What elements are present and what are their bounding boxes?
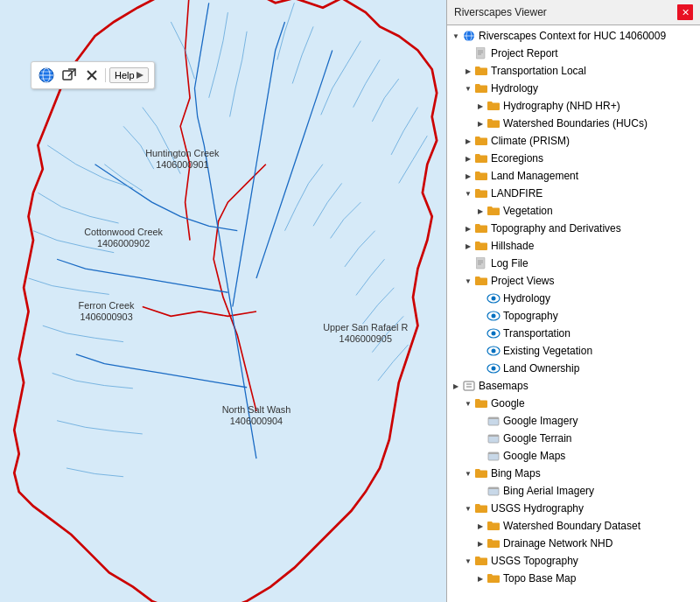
folder-icon	[474, 221, 488, 235]
tree-arrow: ▶	[463, 171, 473, 181]
folder-icon	[474, 396, 488, 410]
folder-icon	[486, 571, 500, 585]
tree-label: Google Maps	[503, 448, 565, 464]
map-svg: Huntington Creek 1406000901 Cottonwood C…	[0, 0, 446, 602]
eye-icon	[486, 344, 500, 358]
tree-label: Existing Vegetation	[503, 343, 592, 359]
tree-arrow: ▶	[463, 153, 473, 164]
tree-item-view-transportation[interactable]: Transportation	[447, 325, 700, 342]
tree-item-vegetation[interactable]: ▶ Vegetation	[447, 202, 700, 220]
svg-point-37	[492, 332, 496, 336]
tree-item-landfire[interactable]: ▼ LANDFIRE	[447, 185, 700, 202]
folder-icon	[486, 204, 500, 218]
tree-arrow: ▶	[451, 381, 461, 391]
tree-item-bing-aerial[interactable]: Bing Aerial Imagery	[447, 482, 700, 500]
tree-item-land-management[interactable]: ▶ Land Management	[447, 167, 700, 185]
tree-item-google[interactable]: ▼ Google	[447, 395, 700, 412]
tree-item-watershed-boundaries[interactable]: ▶ Watershed Boundaries (HUCs)	[447, 115, 700, 132]
tree-item-view-hydrology[interactable]: Hydrology	[447, 290, 700, 307]
svg-marker-9	[136, 72, 144, 79]
tree-label: Log File	[491, 256, 528, 271]
tree-item-hydrology[interactable]: ▼ Hydrology	[447, 80, 700, 97]
tree-item-hydrography[interactable]: ▶ Hydrography (NHD HR+)	[447, 97, 700, 115]
tree-item-bing-maps[interactable]: ▼ Bing Maps	[447, 465, 700, 482]
tree-label: Project Views	[491, 273, 554, 289]
tree-item-google-terrain[interactable]: Google Terrain	[447, 430, 700, 447]
tree-arrow: ▼	[463, 398, 473, 409]
tree-container[interactable]: ▼ Riverscapes Context for HUC 14060009 P…	[447, 25, 700, 602]
tree-item-google-maps[interactable]: Google Maps	[447, 447, 700, 465]
folder-icon	[474, 186, 488, 200]
tree-item-ecoregions[interactable]: ▶ Ecoregions	[447, 150, 700, 167]
panel-title: Riverscapes Viewer	[454, 6, 547, 18]
tree-label: Google	[491, 396, 525, 411]
tree-label: Topo Base Map	[503, 570, 576, 586]
tree-item-log-file[interactable]: Log File	[447, 255, 700, 272]
tree-item-drainage-network[interactable]: ▶ Drainage Network NHD	[447, 535, 700, 552]
svg-text:Upper San Rafael R: Upper San Rafael R	[323, 322, 408, 332]
svg-rect-42	[464, 382, 474, 390]
tree-label: Google Terrain	[503, 430, 572, 446]
svg-text:1406000901: 1406000901	[156, 159, 208, 170]
tree-label: Hydrography (NHD HR+)	[503, 98, 620, 114]
tree-label: Ecoregions	[491, 150, 543, 166]
tree-item-transportation-local[interactable]: ▶ Transportation Local	[447, 62, 700, 80]
folder-icon	[474, 239, 488, 253]
help-button[interactable]: Help	[109, 67, 149, 83]
tree-item-basemaps[interactable]: ▶ Basemaps	[447, 377, 700, 395]
tree-label: Google Imagery	[503, 413, 578, 429]
tree-item-view-vegetation[interactable]: Existing Vegetation	[447, 342, 700, 360]
tree-arrow	[475, 486, 486, 496]
tree-label: LANDFIRE	[491, 186, 542, 201]
tree-item-google-imagery[interactable]: Google Imagery	[447, 412, 700, 430]
tree-item-topography-derivatives[interactable]: ▶ Topography and Derivatives	[447, 220, 700, 237]
toolbar-divider	[105, 68, 106, 82]
basemap-icon	[486, 449, 500, 463]
panel: Riverscapes Viewer ✕ ▼ Riverscapes Conte…	[446, 0, 700, 602]
folder-icon	[486, 519, 500, 533]
folder-icon	[474, 64, 488, 78]
svg-rect-28	[476, 257, 485, 269]
tree-arrow: ▶	[475, 118, 486, 129]
tree-item-project-views[interactable]: ▼ Project Views	[447, 272, 700, 290]
folder-icon	[486, 116, 500, 130]
tree-label: Watershed Boundaries (HUCs)	[503, 116, 648, 131]
globe-icon	[462, 29, 476, 43]
tree-label: Vegetation	[503, 203, 553, 219]
tree-item-view-land-ownership[interactable]: Land Ownership	[447, 360, 700, 377]
tree-arrow: ▼	[463, 556, 473, 566]
tree-item-usgs-topo[interactable]: ▼ USGS Topography	[447, 552, 700, 570]
external-link-icon[interactable]	[60, 66, 79, 85]
tree-item-watershed-boundary[interactable]: ▶ Watershed Boundary Dataset	[447, 517, 700, 535]
tree-item-usgs-hydro[interactable]: ▼ USGS Hydrography	[447, 500, 700, 517]
tree-item-project-report[interactable]: Project Report	[447, 45, 700, 62]
svg-text:1406000902: 1406000902	[97, 238, 150, 248]
panel-close-button[interactable]: ✕	[677, 4, 693, 20]
panel-header: Riverscapes Viewer ✕	[447, 0, 700, 25]
tree-item-root[interactable]: ▼ Riverscapes Context for HUC 14060009	[447, 27, 700, 45]
tree-item-hillshade[interactable]: ▶ Hillshade	[447, 237, 700, 255]
tree-arrow	[475, 451, 486, 461]
svg-rect-48	[488, 435, 499, 437]
tree-arrow: ▶	[475, 206, 486, 216]
tree-item-view-topography[interactable]: Topography	[447, 307, 700, 325]
svg-rect-52	[488, 487, 499, 489]
svg-point-35	[492, 314, 496, 318]
tree-arrow	[475, 311, 486, 321]
basemap-icon	[486, 431, 500, 445]
tree-item-topo-base[interactable]: ▶ Topo Base Map	[447, 570, 700, 587]
tree-arrow	[463, 258, 473, 269]
tree-label: Project Report	[491, 46, 558, 61]
tree-arrow: ▶	[463, 136, 473, 146]
svg-point-33	[492, 297, 496, 301]
close-icon[interactable]	[82, 66, 102, 85]
tree-label: Land Management	[491, 168, 578, 184]
help-label: Help	[115, 70, 135, 80]
tree-arrow: ▶	[463, 241, 473, 251]
folder-icon	[474, 81, 488, 95]
tree-item-climate[interactable]: ▶ Climate (PRISM)	[447, 132, 700, 150]
tree-label: Hydrology	[503, 290, 550, 306]
globe-icon[interactable]	[37, 66, 56, 85]
svg-rect-50	[488, 452, 499, 454]
tree-arrow: ▶	[475, 101, 486, 111]
